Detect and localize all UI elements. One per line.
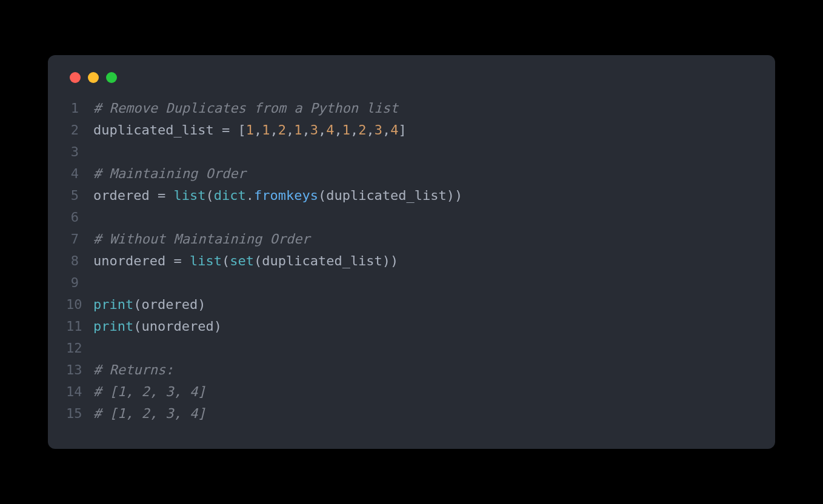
- token-default: [165, 188, 173, 203]
- token-builtin: print: [93, 297, 133, 312]
- line-number: 2: [66, 119, 93, 141]
- code-content: # Maintaining Order: [93, 163, 246, 185]
- token-punct: (: [205, 188, 213, 203]
- code-content: [93, 207, 101, 228]
- token-number: 3: [310, 122, 318, 138]
- code-content: # Without Maintaining Order: [93, 228, 310, 250]
- token-punct: ]: [398, 122, 406, 138]
- line-number: 14: [66, 381, 93, 403]
- code-line[interactable]: 2duplicated_list = [1,1,2,1,3,4,1,2,3,4]: [66, 119, 757, 141]
- token-punct: (unordered): [133, 319, 222, 334]
- token-punct: ,: [366, 122, 374, 138]
- token-number: 2: [278, 122, 286, 138]
- token-punct: ,: [302, 122, 310, 138]
- token-comment: # [1, 2, 3, 4]: [93, 384, 205, 399]
- code-line[interactable]: 10print(ordered): [66, 294, 757, 316]
- line-number: 3: [66, 141, 93, 163]
- line-number: 12: [66, 337, 93, 359]
- line-number: 6: [66, 207, 93, 228]
- code-content: print(unordered): [93, 316, 222, 337]
- code-line[interactable]: 1# Remove Duplicates from a Python list: [66, 98, 757, 119]
- token-punct: ,: [350, 122, 358, 138]
- code-content: [93, 272, 101, 294]
- line-number: 13: [66, 359, 93, 381]
- token-punct: ,: [318, 122, 326, 138]
- code-line[interactable]: 9: [66, 272, 757, 294]
- token-punct: ,: [334, 122, 342, 138]
- token-number: 2: [358, 122, 366, 138]
- token-punct: ,: [270, 122, 278, 138]
- code-line[interactable]: 14# [1, 2, 3, 4]: [66, 381, 757, 403]
- code-line[interactable]: 7# Without Maintaining Order: [66, 228, 757, 250]
- line-number: 11: [66, 316, 93, 337]
- token-number: 1: [246, 122, 254, 138]
- line-number: 15: [66, 403, 93, 425]
- code-content: duplicated_list = [1,1,2,1,3,4,1,2,3,4]: [93, 119, 407, 141]
- token-operator: =: [222, 122, 230, 138]
- token-punct: [: [230, 122, 246, 138]
- code-content: ordered = list(dict.fromkeys(duplicated_…: [93, 185, 462, 207]
- token-punct: (ordered): [133, 297, 205, 312]
- code-line[interactable]: 11print(unordered): [66, 316, 757, 337]
- token-comment: # Maintaining Order: [93, 166, 246, 181]
- code-content: # Returns:: [93, 359, 173, 381]
- token-punct: (duplicated_list)): [254, 253, 398, 268]
- code-content: print(ordered): [93, 294, 205, 316]
- token-punct: (: [222, 253, 230, 268]
- line-number: 7: [66, 228, 93, 250]
- token-comment: # [1, 2, 3, 4]: [93, 406, 205, 421]
- code-content: # Remove Duplicates from a Python list: [93, 98, 398, 119]
- token-builtin: list: [190, 253, 222, 268]
- token-number: 1: [342, 122, 350, 138]
- token-default: ordered: [93, 188, 158, 203]
- token-punct: ,: [254, 122, 262, 138]
- token-punct: (duplicated_list)): [318, 188, 462, 203]
- code-line[interactable]: 3: [66, 141, 757, 163]
- token-builtin: dict: [214, 188, 246, 203]
- line-number: 8: [66, 250, 93, 272]
- code-content: [93, 337, 101, 359]
- token-builtin: list: [173, 188, 205, 203]
- line-number: 10: [66, 294, 93, 316]
- token-operator: =: [173, 253, 181, 268]
- minimize-icon[interactable]: [88, 72, 99, 83]
- code-line[interactable]: 8unordered = list(set(duplicated_list)): [66, 250, 757, 272]
- token-builtin: set: [230, 253, 254, 268]
- token-default: [182, 253, 190, 268]
- token-default: duplicated_list: [93, 122, 222, 138]
- token-punct: ,: [286, 122, 294, 138]
- token-number: 1: [294, 122, 302, 138]
- line-number: 1: [66, 98, 93, 119]
- token-default: unordered: [93, 253, 173, 268]
- code-content: # [1, 2, 3, 4]: [93, 403, 205, 425]
- token-func: fromkeys: [254, 188, 318, 203]
- code-area[interactable]: 1# Remove Duplicates from a Python list2…: [48, 98, 775, 425]
- line-number: 4: [66, 163, 93, 185]
- close-icon[interactable]: [70, 72, 81, 83]
- token-punct: ,: [382, 122, 390, 138]
- code-editor-window: 1# Remove Duplicates from a Python list2…: [48, 55, 775, 449]
- token-number: 1: [262, 122, 270, 138]
- token-punct: .: [246, 188, 254, 203]
- token-number: 4: [390, 122, 398, 138]
- token-operator: =: [158, 188, 165, 203]
- code-content: [93, 141, 101, 163]
- token-comment: # Without Maintaining Order: [93, 231, 310, 247]
- code-line[interactable]: 6: [66, 207, 757, 228]
- code-line[interactable]: 15# [1, 2, 3, 4]: [66, 403, 757, 425]
- line-number: 5: [66, 185, 93, 207]
- code-line[interactable]: 5ordered = list(dict.fromkeys(duplicated…: [66, 185, 757, 207]
- token-number: 3: [375, 122, 382, 138]
- code-content: unordered = list(set(duplicated_list)): [93, 250, 398, 272]
- code-line[interactable]: 13# Returns:: [66, 359, 757, 381]
- token-comment: # Returns:: [93, 362, 173, 377]
- token-number: 4: [326, 122, 334, 138]
- maximize-icon[interactable]: [106, 72, 117, 83]
- code-line[interactable]: 12: [66, 337, 757, 359]
- window-controls: [48, 72, 775, 98]
- line-number: 9: [66, 272, 93, 294]
- code-line[interactable]: 4# Maintaining Order: [66, 163, 757, 185]
- token-builtin: print: [93, 319, 133, 334]
- token-comment: # Remove Duplicates from a Python list: [93, 101, 398, 116]
- code-content: # [1, 2, 3, 4]: [93, 381, 205, 403]
